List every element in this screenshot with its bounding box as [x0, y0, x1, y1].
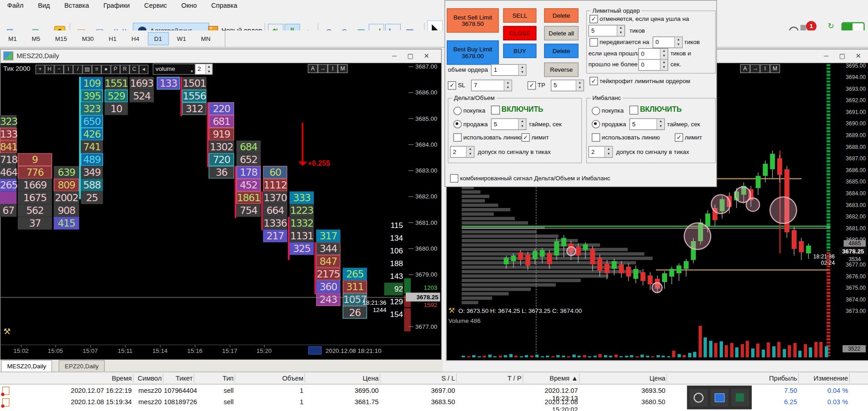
table-cell[interactable]: mesz20 [134, 398, 162, 406]
table-cell[interactable]: sell [195, 398, 234, 406]
table-cell[interactable]: 3683.50 [381, 398, 455, 406]
table-cell[interactable]: 2020.12.07 16:22:19 [11, 386, 132, 394]
column-header-Изменение[interactable]: Изменение [799, 375, 848, 382]
chart-flag-I[interactable]: I [760, 64, 770, 73]
table-cell[interactable]: 2020.12.08 15:19:34 [11, 398, 132, 406]
delta-tolerance-stepper[interactable]: 2▲▼ [450, 146, 474, 158]
notification-badge[interactable]: 1 [806, 21, 817, 31]
table-cell[interactable]: 0.04 % [799, 386, 848, 394]
close-icon[interactable]: ✕ [851, 51, 866, 61]
delta-timer-stepper[interactable]: 5▲▼ [491, 119, 526, 130]
snipping-tool-icon[interactable] [690, 389, 708, 406]
table-cell[interactable]: 3693.50 [580, 386, 666, 394]
table-cell[interactable]: sell [195, 386, 234, 394]
table-cell[interactable]: 108189726 [164, 398, 193, 406]
table-cell[interactable]: 3697.00 [381, 386, 455, 394]
best-sell-limit-button[interactable]: Best Sell Limit3678.50 [447, 8, 499, 33]
chart-flag-→[interactable]: → [750, 64, 760, 73]
volume-mode-select[interactable]: volume▼ [153, 64, 196, 74]
column-header-Цена[interactable]: Цена [580, 375, 666, 382]
timeframe-H1[interactable]: H1 [102, 32, 123, 45]
chart-tool-icon[interactable]: ◂ [139, 65, 149, 74]
menu-item-Справка[interactable]: Справка [204, 0, 244, 10]
sl-stepper[interactable]: 7▲▼ [471, 79, 512, 91]
timeframe-M5[interactable]: M5 [25, 32, 47, 45]
tab-EPZ20,Daily[interactable]: EPZ20,Daily [59, 360, 105, 372]
timeframe-H4[interactable]: H4 [125, 32, 146, 45]
column-header-Прибыль[interactable]: Прибыль [668, 375, 797, 382]
timeframe-D1[interactable]: D1 [148, 32, 169, 45]
close-icon[interactable]: ✕ [419, 51, 434, 61]
chart-tool-icon[interactable]: ● [101, 65, 111, 74]
chart-flag-A[interactable]: A [308, 64, 318, 73]
column-header-T / P[interactable]: T / P [457, 375, 521, 382]
elapsed-stepper[interactable]: 0▲▼ [638, 59, 668, 71]
column-header-Время[interactable]: Время [11, 375, 132, 382]
timeframe-W1[interactable]: W1 [170, 32, 193, 45]
maximize-icon[interactable]: ▢ [835, 51, 850, 61]
delete-all-button[interactable]: Delete all [544, 26, 579, 40]
table-cell[interactable]: 3681.75 [305, 398, 379, 406]
chart-tool-icon[interactable]: − [54, 65, 64, 74]
timeframe-M1[interactable]: M1 [2, 32, 24, 45]
chart-flag-→[interactable]: → [318, 64, 328, 73]
chart-tool-icon[interactable]: H [45, 65, 55, 74]
delta-enable-checkbox[interactable] [491, 106, 499, 114]
table-cell[interactable]: 0.03 % [799, 398, 848, 406]
delete-sell-button[interactable]: Delete [544, 8, 579, 23]
tp-stepper[interactable]: 5▲▼ [551, 79, 584, 91]
table-cell[interactable]: 3680.50 [580, 398, 666, 406]
column-header-Объем[interactable]: Объем [236, 375, 304, 382]
chart-tool-icon[interactable]: + [35, 65, 45, 74]
imbalance-buy-radio[interactable] [592, 107, 600, 115]
menu-item-Вид[interactable]: Вид [31, 0, 57, 10]
minimize-icon[interactable]: ─ [387, 51, 402, 61]
timeframe-M15[interactable]: M15 [49, 32, 74, 45]
table-cell[interactable]: 2020.12.08 15:20:02 [524, 398, 578, 411]
remote-app-icon[interactable] [710, 389, 728, 406]
best-buy-limit-button[interactable]: Best Buy Limit3678.00 [447, 40, 499, 65]
minimize-icon[interactable]: ─ [819, 51, 834, 61]
column-header-Время[interactable]: Время ▲ [524, 375, 578, 382]
table-cell[interactable]: 1 [236, 398, 304, 406]
chart-flag-I[interactable]: I [328, 64, 338, 73]
period-stepper[interactable]: 2▲▼ [195, 64, 213, 74]
imbalance-limit-checkbox[interactable]: ✓ [675, 134, 683, 142]
timeframe-MN[interactable]: MN [195, 32, 217, 45]
imbalance-sell-radio[interactable] [592, 120, 600, 128]
reverse-button[interactable]: Reverse [544, 63, 579, 77]
move-ticks-stepper[interactable]: 0▲▼ [653, 36, 683, 48]
delta-sell-radio[interactable] [454, 120, 462, 128]
delta-buy-radio[interactable] [454, 107, 462, 115]
chart-tool-icon[interactable]: ≡ [92, 65, 101, 74]
chart-flag-M[interactable]: M [770, 64, 780, 73]
chart-tool-icon[interactable]: C [130, 65, 139, 74]
timeframe-M30[interactable]: M30 [75, 32, 100, 45]
chart-tool-icon[interactable]: R [120, 65, 130, 74]
menu-item-Сервис[interactable]: Сервис [137, 0, 175, 10]
left-window-titlebar[interactable]: MESZ20,Daily ─ ▢ ✕ [0, 49, 441, 63]
table-cell[interactable]: 3695.00 [305, 386, 379, 394]
column-header-Тикет[interactable]: Тикет [164, 375, 193, 382]
menu-item-Окно[interactable]: Окно [174, 0, 204, 10]
close-position-button[interactable]: CLOSE [503, 26, 536, 40]
chart-tool-icon[interactable]: P [111, 65, 120, 74]
chart-tool-icon[interactable]: ▤ [82, 65, 92, 74]
sell-button[interactable]: SELL [503, 8, 536, 23]
delete-buy-button[interactable]: Delete [544, 44, 579, 58]
spreadsheet-app-icon[interactable] [731, 389, 749, 406]
table-cell[interactable]: 1 [236, 386, 304, 394]
combined-signal-checkbox[interactable] [450, 174, 458, 183]
menu-item-Графики[interactable]: Графики [96, 0, 137, 10]
imbalance-use-line-checkbox[interactable] [592, 134, 600, 142]
delta-limit-checkbox[interactable]: ✓ [521, 134, 529, 142]
passed-ticks-stepper[interactable]: 0▲▼ [638, 48, 668, 60]
column-header-Тип[interactable]: Тип [195, 375, 234, 382]
column-header-Цена[interactable]: Цена [305, 375, 379, 382]
table-cell[interactable]: 107964404 [164, 386, 193, 394]
cancel-if-price-checkbox[interactable]: ✓ [589, 15, 598, 23]
imbalance-tolerance-stepper[interactable]: 2▲▼ [589, 146, 613, 158]
chart-flag-A[interactable]: A [740, 64, 750, 73]
chart-tool-icon[interactable]: I [64, 65, 73, 74]
takeprofit-limit-checkbox[interactable]: ✓ [589, 77, 598, 85]
